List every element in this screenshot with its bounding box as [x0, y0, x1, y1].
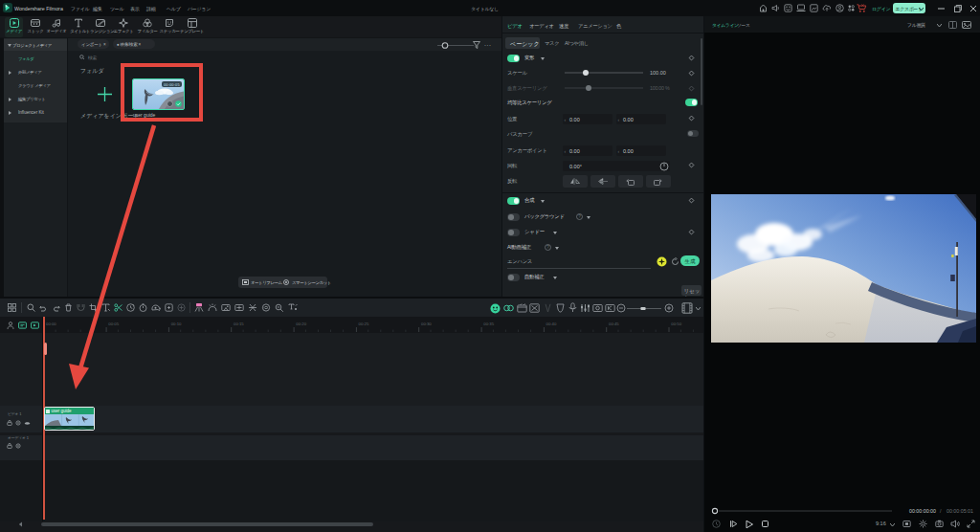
svg-text:00:05: 00:05	[108, 321, 119, 326]
svg-text:00:00: 00:00	[46, 321, 56, 326]
svg-text:00:45: 00:45	[609, 321, 619, 326]
svg-text:00:15: 00:15	[234, 321, 244, 326]
svg-text:00:25: 00:25	[359, 321, 369, 326]
svg-text:?: ?	[578, 214, 581, 219]
svg-text:00:50: 00:50	[671, 321, 681, 326]
svg-text:?: ?	[546, 245, 549, 250]
svg-text:00:30: 00:30	[421, 321, 432, 326]
svg-text:00:10: 00:10	[171, 321, 182, 326]
svg-text:00:20: 00:20	[296, 321, 306, 326]
svg-text:00:35: 00:35	[483, 321, 494, 326]
svg-text:00:40: 00:40	[546, 321, 557, 326]
